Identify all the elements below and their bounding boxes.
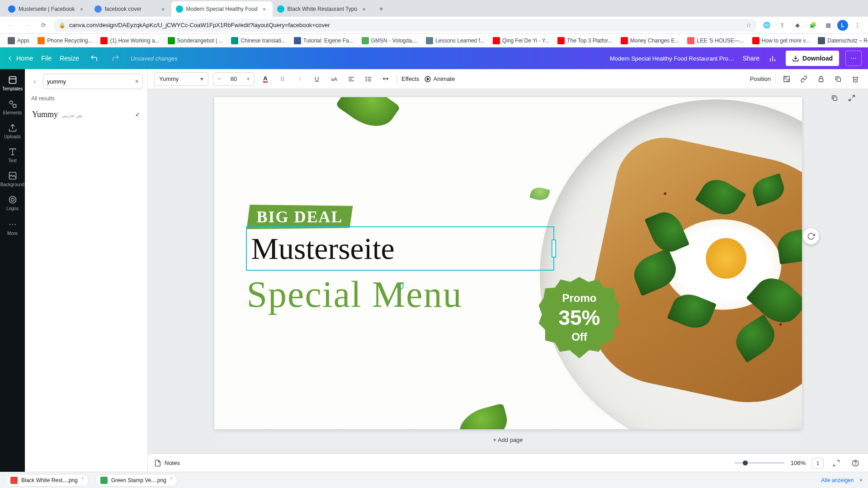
list-button[interactable] (362, 73, 375, 85)
bookmark-item[interactable]: (1) How Working a... (97, 35, 162, 46)
chevron-up-icon[interactable]: ˄ (170, 477, 173, 483)
back-icon[interactable]: ← (5, 19, 17, 32)
bookmark-item[interactable]: Datenschutz – Re... (815, 35, 868, 46)
close-shelf-icon[interactable]: × (859, 477, 863, 483)
special-menu-text[interactable]: Special Menu (247, 273, 462, 316)
star-icon[interactable]: ☆ (746, 22, 751, 28)
forward-icon[interactable]: → (21, 19, 33, 32)
tab-close-icon[interactable]: × (261, 5, 268, 13)
bookmark-item[interactable]: How to get more v... (749, 35, 813, 46)
chevron-up-icon[interactable]: ˄ (81, 477, 84, 483)
translate-icon[interactable]: 🌐 (760, 19, 773, 32)
zoom-slider[interactable] (735, 462, 784, 464)
bookmark-item[interactable]: Money Changes E... (618, 35, 683, 46)
notes-button[interactable]: Notes (154, 460, 180, 467)
bookmark-item[interactable]: Tutorial: Eigene Fa... (291, 35, 357, 46)
transparency-icon[interactable] (780, 73, 793, 85)
spacing-button[interactable] (379, 73, 392, 85)
zoom-value[interactable]: 106% (791, 460, 806, 466)
rail-logos[interactable]: Logos (0, 192, 25, 215)
help-icon[interactable] (849, 457, 862, 469)
delete-icon[interactable] (849, 73, 862, 85)
bookmark-item[interactable]: Chinese translati... (228, 35, 288, 46)
bookmark-apps[interactable]: Apps (5, 35, 33, 46)
rail-background[interactable]: Background (0, 168, 25, 191)
extension-icon[interactable]: ◆ (791, 19, 804, 32)
extension2-icon[interactable]: ▦ (822, 19, 835, 32)
font-size-value[interactable]: 80 (225, 75, 242, 82)
rail-uploads[interactable]: Uploads (0, 120, 25, 143)
zoom-thumb[interactable] (743, 460, 748, 465)
resize-menu[interactable]: Resize (60, 55, 79, 62)
resize-handle[interactable] (552, 239, 556, 258)
lock-icon[interactable] (815, 73, 827, 85)
share-icon[interactable]: ⇧ (776, 19, 788, 32)
bookmark-item[interactable]: Phone Recycling... (34, 35, 95, 46)
browser-tab[interactable]: Black White Restaurant Typo × (273, 1, 373, 17)
title-text[interactable]: Musterseite (251, 231, 395, 267)
extensions-puzzle-icon[interactable]: 🧩 (807, 19, 819, 32)
address-bar[interactable]: 🔒 canva.com/design/DAEyzqkApKc/U_jCWYCc-… (53, 19, 757, 32)
browser-tab-active[interactable]: Modern Special Healthy Food × (171, 1, 273, 17)
link-icon[interactable] (797, 73, 810, 85)
browser-tab[interactable]: facebook cover × (90, 1, 171, 17)
more-menu-button[interactable]: ⋯ (845, 51, 862, 66)
page-indicator[interactable]: 1 (812, 458, 824, 469)
animate-button[interactable]: Animate (424, 75, 455, 83)
underline-button[interactable]: U (311, 73, 323, 85)
browser-tab[interactable]: Musterseite | Facebook × (4, 1, 90, 17)
font-size-decrease[interactable]: − (213, 75, 225, 82)
bookmark-item[interactable]: The Top 3 Platfor... (554, 35, 616, 46)
refresh-fab[interactable] (803, 228, 819, 244)
rail-elements[interactable]: Elements (0, 96, 25, 119)
tab-close-icon[interactable]: × (360, 5, 368, 13)
share-button[interactable]: Share (743, 55, 760, 62)
add-page-button[interactable]: + Add page (214, 434, 802, 446)
insights-icon[interactable] (766, 52, 779, 65)
redo-button[interactable] (109, 52, 123, 65)
selected-text-frame[interactable]: Musterseite (246, 226, 554, 271)
fullscreen-icon[interactable] (830, 457, 843, 469)
align-button[interactable] (345, 73, 358, 85)
bookmark-item[interactable]: Qing Fei De Yi - Y... (490, 35, 552, 46)
tab-close-icon[interactable]: × (160, 5, 167, 13)
bookmark-item[interactable]: GMSN - Vologda,... (359, 35, 421, 46)
uppercase-button[interactable]: aA (328, 73, 340, 85)
italic-button[interactable]: I (293, 73, 306, 85)
rail-more[interactable]: ⋯More (0, 216, 25, 239)
profile-avatar[interactable]: L (837, 20, 848, 31)
duplicate-icon[interactable] (832, 73, 844, 85)
design-canvas[interactable]: BIG DEAL Musterseite Special Menu Promo … (214, 97, 802, 429)
home-button[interactable]: Home (6, 55, 33, 62)
download-item[interactable]: Black White Rest....png ˄ (5, 474, 89, 487)
rail-templates[interactable]: Templates (0, 72, 25, 95)
rail-text[interactable]: Text (0, 144, 25, 167)
panel-back-button[interactable]: ‹ (29, 76, 40, 87)
big-deal-tag[interactable]: BIG DEAL (247, 205, 353, 229)
tab-close-icon[interactable]: × (78, 5, 85, 13)
reload-icon[interactable]: ⟳ (37, 19, 50, 32)
text-color-button[interactable]: A (259, 73, 272, 85)
bookmark-item[interactable]: Lessons Learned f... (423, 35, 488, 46)
font-search-box[interactable]: × (43, 74, 143, 89)
font-search-input[interactable] (47, 78, 132, 85)
font-result-row[interactable]: Yummyنص تجريبي ✓ (28, 105, 144, 124)
bold-button[interactable]: B (276, 73, 289, 85)
canvas-viewport[interactable]: BIG DEAL Musterseite Special Menu Promo … (148, 89, 868, 454)
position-button[interactable]: Position (750, 75, 771, 82)
show-all-downloads[interactable]: Alle anzeigen (821, 477, 854, 483)
download-item[interactable]: Green Stamp Ve....png ˄ (95, 474, 178, 487)
font-family-select[interactable]: Yummy ▾ (154, 72, 208, 86)
effects-button[interactable]: Effects (401, 75, 420, 82)
font-size-increase[interactable]: + (242, 75, 254, 82)
browser-menu-icon[interactable]: ⋮ (851, 19, 863, 32)
download-button[interactable]: Download (786, 51, 839, 66)
new-tab-button[interactable]: + (375, 3, 387, 15)
canvas-expand-icon[interactable] (845, 92, 858, 104)
canvas-duplicate-icon[interactable] (828, 92, 841, 104)
clear-search-icon[interactable]: × (135, 78, 139, 85)
bookmark-item[interactable]: Sonderangebot | ... (165, 35, 226, 46)
design-name[interactable]: Modern Special Healthy Food Restaurant P… (610, 55, 736, 62)
undo-button[interactable] (87, 52, 101, 65)
file-menu[interactable]: File (41, 55, 52, 62)
